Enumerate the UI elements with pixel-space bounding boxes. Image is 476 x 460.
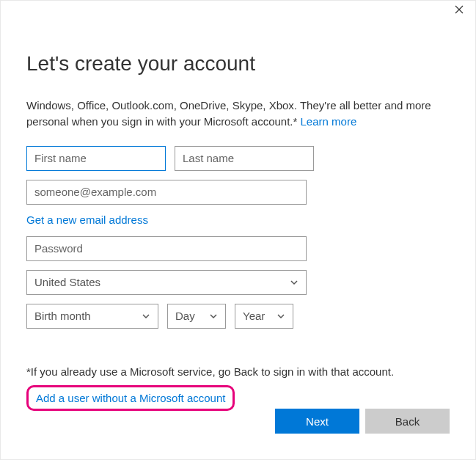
close-button[interactable] xyxy=(450,4,468,17)
chevron-down-icon xyxy=(277,312,285,321)
birth-month-label: Birth month xyxy=(34,310,91,322)
chevron-down-icon xyxy=(142,312,150,321)
signin-note: *If you already use a Microsoft service,… xyxy=(26,365,450,378)
birth-year-select[interactable]: Year xyxy=(235,304,293,329)
create-account-window: Let's create your account Windows, Offic… xyxy=(0,0,476,460)
birth-day-label: Day xyxy=(175,310,195,322)
birth-year-label: Year xyxy=(243,310,265,322)
page-title: Let's create your account xyxy=(26,52,450,76)
add-user-no-ms-link[interactable]: Add a user without a Microsoft account xyxy=(36,392,225,404)
country-select[interactable]: United States xyxy=(26,270,307,295)
intro-text: Windows, Office, Outlook.com, OneDrive, … xyxy=(26,98,450,130)
birth-day-select[interactable]: Day xyxy=(167,304,226,329)
chevron-down-icon xyxy=(290,278,299,287)
learn-more-link[interactable]: Learn more xyxy=(301,115,357,128)
email-input[interactable] xyxy=(26,180,307,205)
highlight-annotation: Add a user without a Microsoft account xyxy=(26,385,235,411)
button-row: Next Back xyxy=(275,409,450,434)
country-selected: United States xyxy=(34,276,100,288)
last-name-input[interactable] xyxy=(175,146,314,171)
password-input[interactable] xyxy=(26,236,307,261)
chevron-down-icon xyxy=(209,312,218,321)
next-button[interactable]: Next xyxy=(275,409,359,434)
close-icon xyxy=(455,4,464,16)
back-button[interactable]: Back xyxy=(365,409,450,434)
intro-copy: Windows, Office, Outlook.com, OneDrive, … xyxy=(26,99,431,128)
birth-month-select[interactable]: Birth month xyxy=(26,304,158,329)
get-new-email-link[interactable]: Get a new email address xyxy=(26,213,148,226)
first-name-input[interactable] xyxy=(26,146,166,171)
